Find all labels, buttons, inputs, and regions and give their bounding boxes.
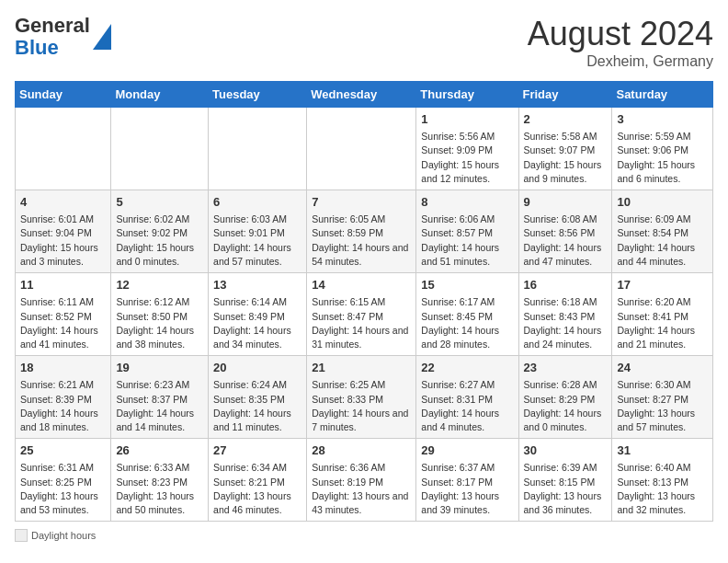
day-info: Sunrise: 6:40 AMSunset: 8:13 PMDaylight:… <box>617 461 708 517</box>
day-number: 29 <box>421 442 513 459</box>
day-cell-22: 22Sunrise: 6:27 AMSunset: 8:31 PMDayligh… <box>416 356 518 439</box>
day-number: 15 <box>421 277 513 293</box>
day-cell-empty-0-1 <box>111 108 209 190</box>
day-cell-10: 10Sunrise: 6:09 AMSunset: 8:54 PMDayligh… <box>612 190 713 273</box>
day-cell-21: 21Sunrise: 6:25 AMSunset: 8:33 PMDayligh… <box>307 356 416 439</box>
week-row-1: 1Sunrise: 5:56 AMSunset: 9:09 PMDaylight… <box>16 108 713 190</box>
day-cell-20: 20Sunrise: 6:24 AMSunset: 8:35 PMDayligh… <box>209 356 307 439</box>
day-cell-24: 24Sunrise: 6:30 AMSunset: 8:27 PMDayligh… <box>612 356 713 439</box>
header-row: SundayMondayTuesdayWednesdayThursdayFrid… <box>16 82 713 108</box>
logo-icon <box>93 24 111 50</box>
day-cell-15: 15Sunrise: 6:17 AMSunset: 8:45 PMDayligh… <box>416 273 518 356</box>
day-number: 10 <box>617 194 708 211</box>
day-info: Sunrise: 6:05 AMSunset: 8:59 PMDaylight:… <box>312 213 411 269</box>
day-number: 22 <box>421 360 513 376</box>
title-block: August 2024 Dexheim, Germany <box>528 15 713 70</box>
day-number: 17 <box>617 277 708 293</box>
day-number: 24 <box>617 360 708 376</box>
day-number: 9 <box>524 194 608 211</box>
day-number: 27 <box>213 442 301 459</box>
day-cell-25: 25Sunrise: 6:31 AMSunset: 8:25 PMDayligh… <box>16 439 111 522</box>
day-info: Sunrise: 6:17 AMSunset: 8:45 PMDaylight:… <box>421 295 513 351</box>
day-info: Sunrise: 5:58 AMSunset: 9:07 PMDaylight:… <box>524 130 608 186</box>
column-header-saturday: Saturday <box>612 82 713 108</box>
column-header-friday: Friday <box>518 82 612 108</box>
day-info: Sunrise: 6:23 AMSunset: 8:37 PMDaylight:… <box>116 378 203 434</box>
day-info: Sunrise: 6:37 AMSunset: 8:17 PMDaylight:… <box>421 461 513 517</box>
column-header-sunday: Sunday <box>16 82 111 108</box>
day-info: Sunrise: 5:59 AMSunset: 9:06 PMDaylight:… <box>617 130 708 186</box>
day-cell-13: 13Sunrise: 6:14 AMSunset: 8:49 PMDayligh… <box>209 273 307 356</box>
day-number: 23 <box>524 360 608 376</box>
day-cell-5: 5Sunrise: 6:02 AMSunset: 9:02 PMDaylight… <box>111 190 209 273</box>
logo: General Blue <box>15 15 111 59</box>
day-number: 30 <box>524 442 608 459</box>
day-cell-31: 31Sunrise: 6:40 AMSunset: 8:13 PMDayligh… <box>612 439 713 522</box>
day-info: Sunrise: 6:12 AMSunset: 8:50 PMDaylight:… <box>116 295 203 351</box>
day-cell-26: 26Sunrise: 6:33 AMSunset: 8:23 PMDayligh… <box>111 439 209 522</box>
day-info: Sunrise: 6:31 AMSunset: 8:25 PMDaylight:… <box>20 461 106 517</box>
day-info: Sunrise: 6:39 AMSunset: 8:15 PMDaylight:… <box>524 461 608 517</box>
location: Dexheim, Germany <box>528 53 713 70</box>
legend-item-daylight: Daylight hours <box>15 529 96 542</box>
day-cell-27: 27Sunrise: 6:34 AMSunset: 8:21 PMDayligh… <box>209 439 307 522</box>
day-number: 28 <box>312 442 411 459</box>
week-row-5: 25Sunrise: 6:31 AMSunset: 8:25 PMDayligh… <box>16 439 713 522</box>
day-info: Sunrise: 6:11 AMSunset: 8:52 PMDaylight:… <box>20 295 106 351</box>
day-number: 20 <box>213 360 301 376</box>
day-cell-18: 18Sunrise: 6:21 AMSunset: 8:39 PMDayligh… <box>16 356 111 439</box>
day-number: 1 <box>421 111 513 128</box>
legend-box-daylight <box>15 529 28 542</box>
day-number: 4 <box>20 194 106 211</box>
day-cell-16: 16Sunrise: 6:18 AMSunset: 8:43 PMDayligh… <box>518 273 612 356</box>
day-number: 8 <box>421 194 513 211</box>
week-row-4: 18Sunrise: 6:21 AMSunset: 8:39 PMDayligh… <box>16 356 713 439</box>
day-cell-empty-0-3 <box>307 108 416 190</box>
day-number: 2 <box>524 111 608 128</box>
day-cell-17: 17Sunrise: 6:20 AMSunset: 8:41 PMDayligh… <box>612 273 713 356</box>
day-info: Sunrise: 6:15 AMSunset: 8:47 PMDaylight:… <box>312 295 411 351</box>
day-info: Sunrise: 6:06 AMSunset: 8:57 PMDaylight:… <box>421 213 513 269</box>
day-cell-9: 9Sunrise: 6:08 AMSunset: 8:56 PMDaylight… <box>518 190 612 273</box>
day-info: Sunrise: 6:28 AMSunset: 8:29 PMDaylight:… <box>524 378 608 434</box>
day-info: Sunrise: 6:30 AMSunset: 8:27 PMDaylight:… <box>617 378 708 434</box>
day-number: 7 <box>312 194 411 211</box>
day-cell-2: 2Sunrise: 5:58 AMSunset: 9:07 PMDaylight… <box>518 108 612 190</box>
day-number: 21 <box>312 360 411 376</box>
day-number: 16 <box>524 277 608 293</box>
day-number: 11 <box>20 277 106 293</box>
day-cell-23: 23Sunrise: 6:28 AMSunset: 8:29 PMDayligh… <box>518 356 612 439</box>
day-cell-3: 3Sunrise: 5:59 AMSunset: 9:06 PMDaylight… <box>612 108 713 190</box>
column-header-monday: Monday <box>111 82 209 108</box>
calendar-table: SundayMondayTuesdayWednesdayThursdayFrid… <box>15 81 713 522</box>
day-info: Sunrise: 6:24 AMSunset: 8:35 PMDaylight:… <box>213 378 301 434</box>
page-header: General Blue August 2024 Dexheim, German… <box>15 15 713 70</box>
day-info: Sunrise: 6:36 AMSunset: 8:19 PMDaylight:… <box>312 461 411 517</box>
svg-marker-0 <box>93 24 111 50</box>
day-cell-6: 6Sunrise: 6:03 AMSunset: 9:01 PMDaylight… <box>209 190 307 273</box>
legend-daylight-label: Daylight hours <box>31 530 96 541</box>
day-number: 14 <box>312 277 411 293</box>
week-row-2: 4Sunrise: 6:01 AMSunset: 9:04 PMDaylight… <box>16 190 713 273</box>
day-info: Sunrise: 6:03 AMSunset: 9:01 PMDaylight:… <box>213 213 301 269</box>
logo-line2: Blue <box>15 37 90 59</box>
day-cell-14: 14Sunrise: 6:15 AMSunset: 8:47 PMDayligh… <box>307 273 416 356</box>
day-cell-7: 7Sunrise: 6:05 AMSunset: 8:59 PMDaylight… <box>307 190 416 273</box>
day-number: 13 <box>213 277 301 293</box>
day-cell-empty-0-0 <box>16 108 111 190</box>
day-number: 25 <box>20 442 106 459</box>
day-cell-28: 28Sunrise: 6:36 AMSunset: 8:19 PMDayligh… <box>307 439 416 522</box>
day-cell-12: 12Sunrise: 6:12 AMSunset: 8:50 PMDayligh… <box>111 273 209 356</box>
day-cell-29: 29Sunrise: 6:37 AMSunset: 8:17 PMDayligh… <box>416 439 518 522</box>
day-number: 18 <box>20 360 106 376</box>
day-info: Sunrise: 6:09 AMSunset: 8:54 PMDaylight:… <box>617 213 708 269</box>
day-info: Sunrise: 6:01 AMSunset: 9:04 PMDaylight:… <box>20 213 106 269</box>
column-header-wednesday: Wednesday <box>307 82 416 108</box>
logo-general: General <box>15 14 90 37</box>
day-info: Sunrise: 6:27 AMSunset: 8:31 PMDaylight:… <box>421 378 513 434</box>
day-info: Sunrise: 6:25 AMSunset: 8:33 PMDaylight:… <box>312 378 411 434</box>
month-title: August 2024 <box>528 15 713 53</box>
day-cell-30: 30Sunrise: 6:39 AMSunset: 8:15 PMDayligh… <box>518 439 612 522</box>
day-number: 26 <box>116 442 203 459</box>
day-cell-8: 8Sunrise: 6:06 AMSunset: 8:57 PMDaylight… <box>416 190 518 273</box>
